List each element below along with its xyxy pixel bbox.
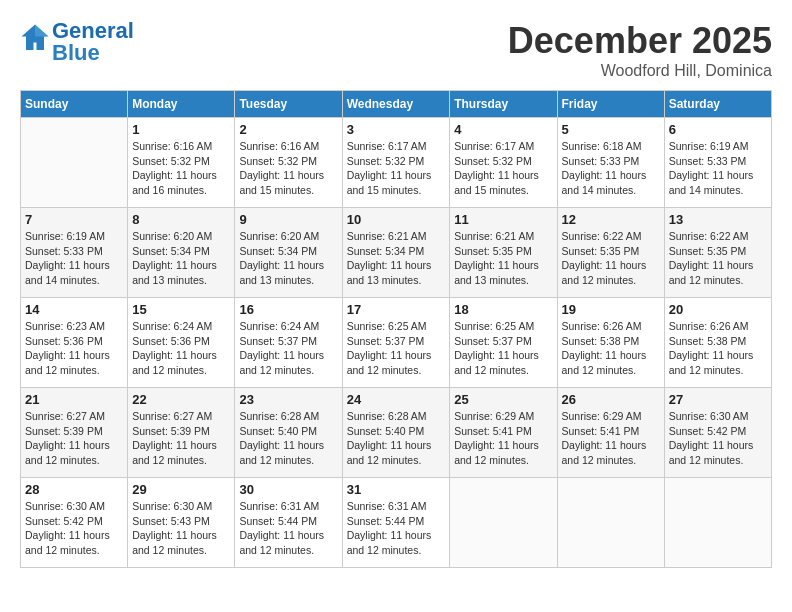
day-number: 18 (454, 302, 552, 317)
header-day: Monday (128, 91, 235, 118)
calendar-week-row: 7Sunrise: 6:19 AM Sunset: 5:33 PM Daylig… (21, 208, 772, 298)
day-info: Sunrise: 6:23 AM Sunset: 5:36 PM Dayligh… (25, 319, 123, 378)
day-info: Sunrise: 6:31 AM Sunset: 5:44 PM Dayligh… (239, 499, 337, 558)
calendar-cell: 1Sunrise: 6:16 AM Sunset: 5:32 PM Daylig… (128, 118, 235, 208)
calendar-cell: 23Sunrise: 6:28 AM Sunset: 5:40 PM Dayli… (235, 388, 342, 478)
day-number: 15 (132, 302, 230, 317)
calendar-cell: 10Sunrise: 6:21 AM Sunset: 5:34 PM Dayli… (342, 208, 450, 298)
calendar-cell: 27Sunrise: 6:30 AM Sunset: 5:42 PM Dayli… (664, 388, 771, 478)
day-info: Sunrise: 6:26 AM Sunset: 5:38 PM Dayligh… (562, 319, 660, 378)
day-info: Sunrise: 6:24 AM Sunset: 5:37 PM Dayligh… (239, 319, 337, 378)
day-number: 9 (239, 212, 337, 227)
day-number: 19 (562, 302, 660, 317)
day-info: Sunrise: 6:28 AM Sunset: 5:40 PM Dayligh… (239, 409, 337, 468)
calendar-cell: 5Sunrise: 6:18 AM Sunset: 5:33 PM Daylig… (557, 118, 664, 208)
calendar-week-row: 21Sunrise: 6:27 AM Sunset: 5:39 PM Dayli… (21, 388, 772, 478)
day-number: 16 (239, 302, 337, 317)
calendar-header-row: SundayMondayTuesdayWednesdayThursdayFrid… (21, 91, 772, 118)
day-number: 8 (132, 212, 230, 227)
day-info: Sunrise: 6:24 AM Sunset: 5:36 PM Dayligh… (132, 319, 230, 378)
day-info: Sunrise: 6:17 AM Sunset: 5:32 PM Dayligh… (347, 139, 446, 198)
day-number: 29 (132, 482, 230, 497)
header-day: Friday (557, 91, 664, 118)
page-header: General Blue December 2025 Woodford Hill… (20, 20, 772, 80)
location: Woodford Hill, Dominica (508, 62, 772, 80)
day-number: 27 (669, 392, 767, 407)
calendar-cell: 17Sunrise: 6:25 AM Sunset: 5:37 PM Dayli… (342, 298, 450, 388)
day-info: Sunrise: 6:21 AM Sunset: 5:35 PM Dayligh… (454, 229, 552, 288)
calendar-cell: 8Sunrise: 6:20 AM Sunset: 5:34 PM Daylig… (128, 208, 235, 298)
logo: General Blue (20, 20, 134, 64)
day-info: Sunrise: 6:22 AM Sunset: 5:35 PM Dayligh… (562, 229, 660, 288)
calendar-cell (664, 478, 771, 568)
calendar-cell: 29Sunrise: 6:30 AM Sunset: 5:43 PM Dayli… (128, 478, 235, 568)
calendar-cell: 7Sunrise: 6:19 AM Sunset: 5:33 PM Daylig… (21, 208, 128, 298)
calendar-cell: 4Sunrise: 6:17 AM Sunset: 5:32 PM Daylig… (450, 118, 557, 208)
day-number: 5 (562, 122, 660, 137)
day-info: Sunrise: 6:21 AM Sunset: 5:34 PM Dayligh… (347, 229, 446, 288)
calendar-cell: 12Sunrise: 6:22 AM Sunset: 5:35 PM Dayli… (557, 208, 664, 298)
calendar-cell: 9Sunrise: 6:20 AM Sunset: 5:34 PM Daylig… (235, 208, 342, 298)
day-info: Sunrise: 6:20 AM Sunset: 5:34 PM Dayligh… (132, 229, 230, 288)
day-number: 26 (562, 392, 660, 407)
day-info: Sunrise: 6:16 AM Sunset: 5:32 PM Dayligh… (132, 139, 230, 198)
calendar-cell: 21Sunrise: 6:27 AM Sunset: 5:39 PM Dayli… (21, 388, 128, 478)
header-day: Sunday (21, 91, 128, 118)
header-day: Tuesday (235, 91, 342, 118)
day-info: Sunrise: 6:26 AM Sunset: 5:38 PM Dayligh… (669, 319, 767, 378)
day-info: Sunrise: 6:25 AM Sunset: 5:37 PM Dayligh… (454, 319, 552, 378)
calendar-cell: 31Sunrise: 6:31 AM Sunset: 5:44 PM Dayli… (342, 478, 450, 568)
calendar-cell: 28Sunrise: 6:30 AM Sunset: 5:42 PM Dayli… (21, 478, 128, 568)
day-info: Sunrise: 6:29 AM Sunset: 5:41 PM Dayligh… (562, 409, 660, 468)
calendar-week-row: 28Sunrise: 6:30 AM Sunset: 5:42 PM Dayli… (21, 478, 772, 568)
calendar-week-row: 14Sunrise: 6:23 AM Sunset: 5:36 PM Dayli… (21, 298, 772, 388)
calendar-cell (557, 478, 664, 568)
calendar-cell: 24Sunrise: 6:28 AM Sunset: 5:40 PM Dayli… (342, 388, 450, 478)
calendar-cell: 19Sunrise: 6:26 AM Sunset: 5:38 PM Dayli… (557, 298, 664, 388)
day-number: 22 (132, 392, 230, 407)
calendar-cell: 20Sunrise: 6:26 AM Sunset: 5:38 PM Dayli… (664, 298, 771, 388)
calendar-cell: 11Sunrise: 6:21 AM Sunset: 5:35 PM Dayli… (450, 208, 557, 298)
day-number: 1 (132, 122, 230, 137)
day-info: Sunrise: 6:16 AM Sunset: 5:32 PM Dayligh… (239, 139, 337, 198)
calendar-cell: 30Sunrise: 6:31 AM Sunset: 5:44 PM Dayli… (235, 478, 342, 568)
calendar-cell: 26Sunrise: 6:29 AM Sunset: 5:41 PM Dayli… (557, 388, 664, 478)
day-number: 13 (669, 212, 767, 227)
calendar-cell: 16Sunrise: 6:24 AM Sunset: 5:37 PM Dayli… (235, 298, 342, 388)
day-number: 30 (239, 482, 337, 497)
day-number: 10 (347, 212, 446, 227)
calendar-cell: 22Sunrise: 6:27 AM Sunset: 5:39 PM Dayli… (128, 388, 235, 478)
day-number: 25 (454, 392, 552, 407)
header-day: Saturday (664, 91, 771, 118)
day-number: 3 (347, 122, 446, 137)
day-info: Sunrise: 6:25 AM Sunset: 5:37 PM Dayligh… (347, 319, 446, 378)
day-number: 14 (25, 302, 123, 317)
day-info: Sunrise: 6:30 AM Sunset: 5:42 PM Dayligh… (25, 499, 123, 558)
day-number: 6 (669, 122, 767, 137)
day-info: Sunrise: 6:20 AM Sunset: 5:34 PM Dayligh… (239, 229, 337, 288)
calendar-week-row: 1Sunrise: 6:16 AM Sunset: 5:32 PM Daylig… (21, 118, 772, 208)
day-info: Sunrise: 6:28 AM Sunset: 5:40 PM Dayligh… (347, 409, 446, 468)
day-info: Sunrise: 6:30 AM Sunset: 5:42 PM Dayligh… (669, 409, 767, 468)
day-number: 17 (347, 302, 446, 317)
calendar-cell: 2Sunrise: 6:16 AM Sunset: 5:32 PM Daylig… (235, 118, 342, 208)
title-block: December 2025 Woodford Hill, Dominica (508, 20, 772, 80)
calendar-cell: 15Sunrise: 6:24 AM Sunset: 5:36 PM Dayli… (128, 298, 235, 388)
month-title: December 2025 (508, 20, 772, 62)
svg-marker-1 (35, 25, 49, 37)
day-number: 31 (347, 482, 446, 497)
calendar-cell: 18Sunrise: 6:25 AM Sunset: 5:37 PM Dayli… (450, 298, 557, 388)
day-info: Sunrise: 6:31 AM Sunset: 5:44 PM Dayligh… (347, 499, 446, 558)
calendar-cell (450, 478, 557, 568)
day-info: Sunrise: 6:18 AM Sunset: 5:33 PM Dayligh… (562, 139, 660, 198)
day-number: 24 (347, 392, 446, 407)
calendar-cell: 25Sunrise: 6:29 AM Sunset: 5:41 PM Dayli… (450, 388, 557, 478)
day-info: Sunrise: 6:29 AM Sunset: 5:41 PM Dayligh… (454, 409, 552, 468)
calendar-cell: 3Sunrise: 6:17 AM Sunset: 5:32 PM Daylig… (342, 118, 450, 208)
header-day: Wednesday (342, 91, 450, 118)
header-day: Thursday (450, 91, 557, 118)
day-number: 4 (454, 122, 552, 137)
day-info: Sunrise: 6:19 AM Sunset: 5:33 PM Dayligh… (25, 229, 123, 288)
day-info: Sunrise: 6:19 AM Sunset: 5:33 PM Dayligh… (669, 139, 767, 198)
day-number: 7 (25, 212, 123, 227)
